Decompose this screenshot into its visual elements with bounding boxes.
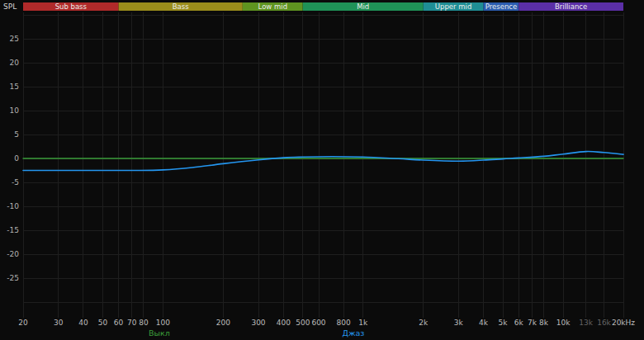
- x-tick-label: 70: [127, 319, 137, 327]
- x-tick-label: 30: [54, 319, 64, 327]
- x-tick-label: 5k: [499, 319, 509, 327]
- x-tick-label: 8k: [539, 319, 549, 327]
- x-tick-label: 16k: [597, 319, 611, 327]
- x-tick-label: 100: [156, 319, 170, 327]
- x-tick-label: 2k: [419, 319, 429, 327]
- x-tick-label: 60: [114, 319, 124, 327]
- x-tick-label: 7k: [528, 319, 537, 327]
- band-label: Upper mid: [435, 2, 471, 11]
- x-tick-label: 1k: [358, 319, 368, 327]
- x-tick-label: 4k: [479, 319, 489, 327]
- x-tick-label: 40: [78, 319, 88, 327]
- x-tick-label: 500: [296, 319, 310, 327]
- y-tick-label: 15: [10, 83, 19, 91]
- y-tick-label: 25: [10, 35, 19, 43]
- x-tick-label: 50: [98, 319, 108, 327]
- equalizer-panel: Sub bassBassLow midMidUpper midPresenceB…: [0, 0, 644, 340]
- x-tick-label: 800: [337, 319, 351, 327]
- x-tick-label: 3k: [454, 319, 464, 327]
- y-tick-label: 20: [10, 59, 20, 67]
- band-label: Low mid: [258, 2, 287, 11]
- x-tick-label: 6k: [514, 319, 524, 327]
- y-tick-label: -25: [7, 274, 19, 282]
- frequency-response-chart: Sub bassBassLow midMidUpper midPresenceB…: [0, 0, 644, 340]
- curve-jazz: [23, 152, 623, 171]
- band-label: Bass: [173, 2, 189, 11]
- curves: [23, 152, 623, 171]
- band-label: Sub bass: [55, 2, 88, 11]
- x-tick-label: 13k: [579, 319, 593, 327]
- band-label: Brilliance: [555, 2, 587, 11]
- band-label: Presence: [485, 2, 517, 11]
- y-tick-label: 5: [14, 130, 19, 139]
- y-tick-label: -15: [7, 226, 19, 234]
- legend-preset-jazz[interactable]: Джаз: [343, 328, 365, 338]
- y-tick-label: 10: [10, 106, 20, 115]
- grid: [23, 12, 623, 318]
- y-tick-label: -5: [12, 178, 19, 187]
- x-tick-label: 600: [311, 319, 325, 327]
- y-tick-label: -20: [7, 250, 19, 258]
- frequency-bands-strip: Sub bassBassLow midMidUpper midPresenceB…: [23, 2, 623, 11]
- x-tick-label: 400: [277, 319, 291, 327]
- x-tick-label: 20: [18, 319, 28, 327]
- x-tick-label: 200: [216, 319, 230, 327]
- x-tick-label: 80: [139, 319, 149, 327]
- band-label: Mid: [357, 2, 369, 11]
- y-axis-title: SPL: [3, 2, 17, 11]
- y-tick-label: 0: [14, 154, 19, 163]
- y-tick-label: -10: [7, 202, 19, 210]
- x-tick-label: 10k: [556, 319, 571, 327]
- axis-tick-labels: 2520151050-5-10-15-20-252030405060708010…: [7, 35, 635, 327]
- x-tick-label: 20kHz: [612, 319, 635, 327]
- legend-preset-off[interactable]: Выкл: [149, 328, 170, 338]
- x-tick-label: 300: [251, 319, 265, 327]
